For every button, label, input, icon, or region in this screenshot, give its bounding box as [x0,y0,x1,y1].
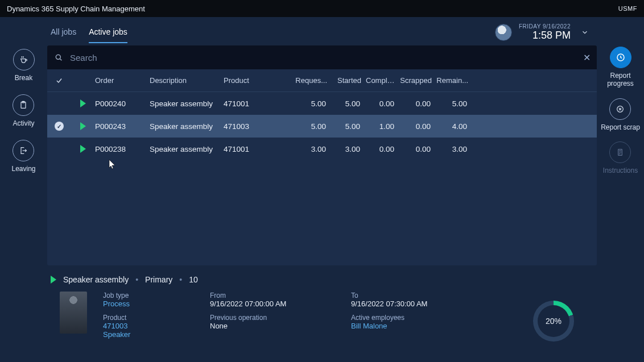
cell-completed: 0.00 [366,145,400,153]
search-input[interactable] [70,53,576,63]
cell-completed: 1.00 [366,122,400,131]
table-row[interactable]: ✓P000243Speaker assembly4710035.005.001.… [47,115,597,138]
cell-remaining: 3.00 [436,145,473,153]
col-scrapped[interactable]: Scrapped [400,76,436,85]
play-icon[interactable] [71,122,95,130]
instructions-icon [609,142,631,163]
job-type-value[interactable]: Process [103,299,194,308]
play-icon[interactable] [51,276,56,284]
product-name[interactable]: Speaker [103,330,194,339]
col-product[interactable]: Product [224,76,292,85]
clipboard-icon [13,94,34,116]
prev-op-value: None [210,322,335,330]
to-label: To [351,292,476,299]
cell-requested: 5.00 [292,122,332,131]
col-started[interactable]: Started [332,76,366,85]
grid-header: Order Description Product Reques... Star… [47,69,597,92]
play-icon[interactable] [71,99,95,107]
table-row[interactable]: P000240Speaker assembly4710015.005.000.0… [47,92,597,115]
cell-remaining: 5.00 [436,99,473,108]
play-icon[interactable] [71,145,95,153]
main-panel: ✕ Order Description Product Reques... St… [47,45,597,265]
cell-order: P000243 [95,122,150,131]
cell-started: 3.00 [332,145,366,153]
cell-requested: 3.00 [292,145,332,153]
titlebar: Dynamics 365 Supply Chain Management USM… [0,0,644,17]
company-code: USMF [618,5,637,12]
tab-all-jobs[interactable]: All jobs [51,22,76,43]
cell-order: P000238 [95,145,150,153]
col-remaining[interactable]: Remain... [436,76,473,85]
cell-requested: 5.00 [292,99,332,108]
coffee-icon [13,49,35,70]
cell-description: Speaker assembly [150,99,224,108]
to-value: 9/16/2022 07:30:00 AM [351,299,476,308]
col-requested[interactable]: Reques... [292,76,332,85]
break-button[interactable]: Break [13,49,35,82]
cell-started: 5.00 [332,99,366,108]
svg-point-5 [56,55,60,59]
cell-completed: 0.00 [366,99,400,108]
table-row[interactable]: P000238Speaker assembly4710013.003.000.0… [47,138,597,160]
cell-scrapped: 0.00 [400,145,436,153]
col-completed[interactable]: Comple... [366,76,400,85]
search-bar: ✕ [47,45,597,69]
cell-order: P000240 [95,99,150,108]
clock-time: 1:58 PM [519,30,571,41]
progress-value: 20% [538,305,569,337]
active-emp-value[interactable]: Bill Malone [351,322,476,330]
detail-priority: Primary [145,275,172,284]
col-description[interactable]: Description [150,76,224,85]
tab-active-jobs[interactable]: Active jobs [89,22,127,43]
tabs: All jobs Active jobs [47,22,127,43]
cell-scrapped: 0.00 [400,122,436,131]
col-order[interactable]: Order [95,76,150,85]
cell-started: 5.00 [332,122,366,131]
activity-button[interactable]: Activity [13,94,34,127]
exit-icon [13,140,34,161]
report-scrap-button[interactable]: Report scrap [601,98,640,131]
leaving-button[interactable]: Leaving [11,140,35,173]
from-value: 9/16/2022 07:00:00 AM [210,299,335,308]
detail-panel: Speaker assembly • Primary • 10 Job type… [47,271,597,356]
app-title: Dynamics 365 Supply Chain Management [7,5,145,13]
active-emp-label: Active employees [351,314,476,322]
product-thumbnail [60,292,87,334]
header: All jobs Active jobs FRIDAY 9/16/2022 1:… [47,19,597,45]
left-rail: Break Activity Leaving [0,40,47,173]
job-type-label: Job type [103,292,194,299]
product-label: Product [103,314,194,322]
chevron-down-icon[interactable] [577,26,592,39]
cell-scrapped: 0.00 [400,99,436,108]
right-rail: Report progress Report scrap Instruction… [597,47,644,175]
detail-title: Speaker assembly [63,275,129,284]
detail-qty: 10 [189,275,198,284]
avatar[interactable] [495,24,512,41]
cell-remaining: 4.00 [436,122,473,131]
clock-area: FRIDAY 9/16/2022 1:58 PM [495,23,597,41]
cell-product: 471001 [224,99,292,108]
product-id[interactable]: 471003 [103,322,194,330]
clock-date: FRIDAY 9/16/2022 [519,23,571,30]
search-icon [47,53,70,62]
row-check[interactable]: ✓ [47,122,71,131]
scrap-icon [609,98,631,120]
clear-search-icon[interactable]: ✕ [576,52,597,63]
report-progress-button[interactable]: Report progress [597,47,644,88]
prev-op-label: Previous operation [210,314,335,322]
cell-description: Speaker assembly [150,122,224,131]
cell-product: 471003 [224,122,292,131]
progress-icon [610,47,631,68]
progress-ring: 20% [533,301,574,342]
cell-description: Speaker assembly [150,145,224,153]
from-label: From [210,292,335,299]
detail-header: Speaker assembly • Primary • 10 [47,271,597,288]
checkmark-icon[interactable] [55,77,63,85]
jobs-grid: Order Description Product Reques... Star… [47,69,597,265]
cell-product: 471001 [224,145,292,153]
instructions-button: Instructions [603,142,638,174]
